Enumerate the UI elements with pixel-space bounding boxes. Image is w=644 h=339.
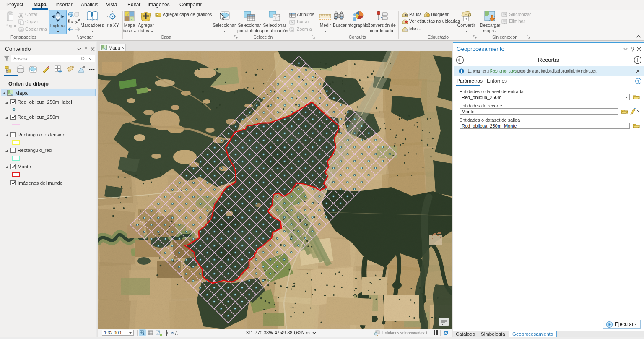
svg-text:N: N bbox=[171, 331, 174, 335]
svg-text:?: ? bbox=[637, 79, 639, 83]
svg-text:A: A bbox=[465, 17, 467, 21]
svg-text:123: 123 bbox=[19, 29, 24, 31]
